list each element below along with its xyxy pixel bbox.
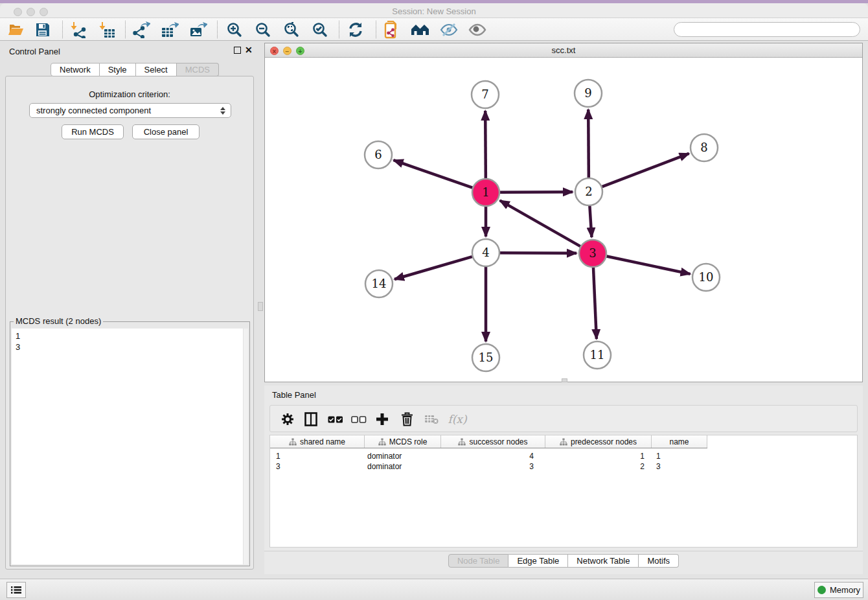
zoom-in-button[interactable] (222, 20, 247, 40)
search-input[interactable] (674, 22, 860, 37)
mcds-result-text[interactable]: 1 3 (12, 329, 248, 564)
column-header-shared-name[interactable]: shared name (270, 435, 365, 448)
save-session-button[interactable] (30, 20, 55, 40)
graph-edge-2-8[interactable] (602, 154, 689, 187)
graph-edge-2-3[interactable] (589, 206, 591, 237)
tab-node-table[interactable]: Node Table (448, 554, 509, 568)
create-column-button[interactable] (374, 411, 391, 428)
status-bar: Memory (0, 579, 868, 600)
column-label: name (669, 437, 689, 446)
delete-table-button[interactable] (423, 411, 440, 428)
cell-shared-name[interactable]: 1 (270, 451, 365, 461)
network-graph: 7968124314101511 (265, 58, 862, 382)
cell-mcds-role[interactable]: dominator (365, 451, 441, 461)
run-mcds-button[interactable]: Run MCDS (62, 124, 124, 139)
column-header-successor-nodes[interactable]: successor nodes (441, 435, 545, 448)
unselect-all-columns-button[interactable] (350, 411, 367, 428)
graph-node-label-4: 4 (482, 246, 489, 259)
refresh-button[interactable] (343, 20, 368, 40)
graph-edge-2-9[interactable] (588, 110, 589, 178)
graph-edge-4-3[interactable] (500, 253, 577, 253)
graph-edge-1-2[interactable] (500, 192, 573, 192)
table-settings-button[interactable] (279, 411, 296, 428)
main-toolbar (0, 17, 868, 41)
column-label: shared name (300, 437, 345, 446)
graph-edge-1-6[interactable] (394, 160, 473, 187)
tab-mcds[interactable]: MCDS (177, 63, 219, 76)
cell-name[interactable]: 3 (652, 461, 707, 472)
graph-node-label-11: 11 (590, 348, 605, 362)
vertical-splitter-grip[interactable] (258, 302, 263, 311)
show-graphics-details-button[interactable] (465, 20, 490, 40)
zoom-selected-button[interactable] (308, 20, 332, 40)
graph-node-label-9: 9 (584, 86, 591, 100)
cell-mcds-role[interactable]: dominator (365, 461, 441, 472)
table-panel-title: Table Panel (272, 390, 316, 400)
cell-shared-name[interactable]: 3 (270, 461, 365, 472)
cell-predecessor-nodes[interactable]: 1 (545, 451, 652, 461)
cell-name[interactable]: 1 (652, 451, 707, 461)
import-table-button[interactable] (95, 20, 119, 40)
export-table-button[interactable] (157, 20, 182, 40)
hide-graphics-details-button[interactable] (437, 20, 461, 40)
tab-motifs[interactable]: Motifs (639, 554, 679, 568)
memory-button[interactable]: Memory (814, 582, 863, 598)
control-panel-title: Control Panel (9, 47, 60, 56)
graph-node-label-3: 3 (589, 246, 596, 260)
select-all-columns-button[interactable] (327, 411, 344, 428)
tab-select[interactable]: Select (136, 63, 177, 76)
graph-edge-4-14[interactable] (394, 257, 472, 279)
attribute-icon (289, 438, 297, 446)
open-session-button[interactable] (3, 20, 28, 40)
column-header-predecessor-nodes[interactable]: predecessor nodes (545, 435, 652, 448)
close-panel-button[interactable]: Close panel (132, 124, 200, 139)
column-layout-button[interactable] (303, 411, 319, 428)
tab-network[interactable]: Network (51, 63, 100, 76)
table-panel-tabs: Node Table Edge Table Network Table Moti… (264, 551, 863, 570)
window-title: Session: New Session (0, 6, 868, 16)
column-header-name[interactable]: name (652, 435, 707, 448)
chevron-up-down-icon (219, 106, 226, 116)
graph-node-label-6: 6 (374, 148, 382, 161)
delete-table-icon (424, 414, 439, 424)
network-window-titlebar[interactable]: × − + scc.txt (265, 43, 862, 58)
cell-predecessor-nodes[interactable]: 2 (545, 461, 652, 472)
result-scrollbar[interactable] (243, 329, 248, 564)
export-image-button[interactable] (186, 20, 211, 40)
graph-edge-1-7[interactable] (485, 111, 486, 178)
zoom-out-button[interactable] (251, 20, 275, 40)
function-builder-button[interactable]: f(x) (445, 411, 470, 428)
cell-successor-nodes[interactable]: 4 (441, 451, 545, 461)
result-line: 3 (16, 341, 244, 352)
network-canvas[interactable]: 7968124314101511 (265, 58, 862, 382)
horizontal-splitter-grip[interactable] (562, 378, 567, 382)
table-row[interactable]: 3 dominator 3 2 3 (270, 461, 707, 472)
control-panel: Control Panel ✕ Network Style Select MCD… (0, 41, 259, 579)
zoom-out-icon (255, 21, 271, 38)
export-network-button[interactable] (129, 20, 154, 40)
graph-node-label-2: 2 (585, 185, 592, 198)
column-label: predecessor nodes (571, 437, 637, 446)
show-all-networks-button[interactable] (408, 20, 433, 40)
tab-network-table[interactable]: Network Table (568, 554, 639, 568)
toolbar-separator (62, 21, 63, 38)
graph-edge-3-11[interactable] (593, 268, 597, 339)
tab-style[interactable]: Style (100, 63, 136, 76)
clone-network-button[interactable] (380, 20, 404, 40)
close-panel-icon[interactable]: ✕ (245, 45, 253, 55)
optimization-criterion-select[interactable]: strongly connected component (29, 103, 231, 118)
import-network-button[interactable] (66, 20, 91, 40)
graph-edge-3-10[interactable] (607, 257, 691, 274)
tab-edge-table[interactable]: Edge Table (508, 554, 568, 568)
show-log-button[interactable] (6, 582, 26, 598)
graph-edge-3-1[interactable] (500, 200, 580, 246)
delete-column-button[interactable] (398, 411, 415, 428)
mcds-result-title: MCDS result (2 nodes) (14, 316, 103, 326)
table-row[interactable]: 1 dominator 4 1 1 (270, 451, 707, 461)
column-header-mcds-role[interactable]: MCDS role (365, 435, 441, 448)
zoom-fit-button[interactable] (279, 20, 304, 40)
toolbar-separator (217, 21, 218, 38)
float-panel-icon[interactable] (234, 47, 241, 54)
cell-successor-nodes[interactable]: 3 (441, 461, 545, 472)
plus-icon (376, 413, 389, 426)
